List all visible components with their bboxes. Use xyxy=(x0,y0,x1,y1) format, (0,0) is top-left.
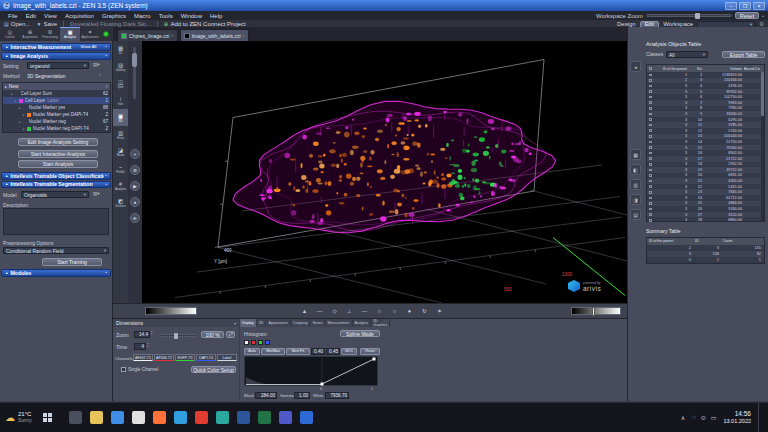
method-check-icon[interactable]: ✓ xyxy=(98,72,102,77)
workspace-zoom-thumb[interactable] xyxy=(695,13,700,19)
table-row[interactable]: 3 28 8860.00 xyxy=(647,217,764,223)
taskbar-app-icon[interactable] xyxy=(132,411,145,424)
row-checkbox[interactable] xyxy=(649,169,652,172)
view-tab[interactable]: # Analysis xyxy=(113,177,128,194)
row-checkbox[interactable] xyxy=(649,213,652,216)
row-checkbox[interactable] xyxy=(649,208,652,211)
white-value-field[interactable]: 7936.70 xyxy=(325,392,349,399)
view-tab[interactable]: i Info xyxy=(113,92,128,109)
menu-item[interactable]: Macro xyxy=(130,13,155,19)
row-checkbox[interactable] xyxy=(649,180,652,183)
expander-icon[interactable]: ▸ xyxy=(23,113,25,117)
view-tab[interactable]: ▤ Gallery xyxy=(113,58,128,75)
row-checkbox[interactable] xyxy=(649,79,652,82)
viewer-side-tool-icon[interactable]: ◧ xyxy=(630,164,641,175)
close-tab-icon[interactable]: × xyxy=(171,33,173,38)
start-training-button[interactable]: Start Training xyxy=(42,258,102,266)
zoom-stepper[interactable]: ▴▾ xyxy=(151,331,152,336)
minimize-button[interactable]: – xyxy=(725,2,737,10)
menu-item[interactable]: Edit xyxy=(22,13,40,19)
row-checkbox[interactable] xyxy=(649,129,652,132)
channel-chip[interactable]: EGFP-T3 xyxy=(175,354,195,361)
taskbar-app-icon[interactable] xyxy=(216,411,229,424)
tray-icon[interactable]: ◌ xyxy=(692,414,696,421)
expander-icon[interactable]: ▸ xyxy=(11,92,13,96)
intellesis-classification-header[interactable]: ▲ Intellesis Trainable Object Classifica… xyxy=(1,172,111,180)
display-tab[interactable]: Series xyxy=(310,319,325,327)
tree-row[interactable]: ▸ Nuclei Marker yes DAPI-T4 2 xyxy=(3,111,110,118)
expander-icon[interactable]: ▸ xyxy=(19,120,21,124)
black-value-field[interactable]: 284.00 xyxy=(255,392,277,399)
viewer-toolbar-icon[interactable]: ― xyxy=(312,308,327,314)
show-desktop-button[interactable] xyxy=(758,403,762,432)
taskbar-app-icon[interactable] xyxy=(90,411,103,424)
viewer-toolbar-icon[interactable]: ● xyxy=(402,308,417,314)
row-checkbox[interactable] xyxy=(649,124,652,127)
quick-color-setup-button[interactable]: Quick Color Setup xyxy=(191,366,236,373)
high-percent-field[interactable]: 0.45 xyxy=(326,348,340,355)
close-button[interactable]: × xyxy=(753,2,765,10)
taskbar-app-icon[interactable] xyxy=(153,411,166,424)
viewer-side-tool-icon[interactable]: ▤ xyxy=(630,209,641,220)
row-checkbox[interactable] xyxy=(649,197,652,200)
tray-icon[interactable]: ⊙ xyxy=(701,414,706,421)
taskbar-app-icon[interactable] xyxy=(174,411,187,424)
classes-combo[interactable]: All▾ xyxy=(666,51,708,58)
viewer-toolbar-icon[interactable]: ✦ xyxy=(432,308,447,314)
view-tab[interactable]: ◫ Split xyxy=(113,75,128,92)
taskbar-app-icon[interactable] xyxy=(300,411,313,424)
taskbar-app-icon[interactable] xyxy=(195,411,208,424)
tray-chevron-icon[interactable]: ∧ xyxy=(681,414,685,421)
edit-image-analysis-setting-button[interactable]: Edit Image Analysis Setting xyxy=(18,138,98,146)
row-checkbox[interactable] xyxy=(649,219,652,222)
tree-row[interactable]: ▸ Cell Layer Sum 62 xyxy=(3,90,110,97)
row-checkbox[interactable] xyxy=(649,174,652,177)
taskbar-app-icon[interactable] xyxy=(237,411,250,424)
viewer-toolbar-icon[interactable]: ◇ xyxy=(327,308,342,314)
viewer-side-tool-icon[interactable]: ▥ xyxy=(630,179,641,190)
start-interactive-analysis-button[interactable]: Start Interactive Analysis xyxy=(18,150,98,158)
pin-icon[interactable]: ▪ xyxy=(106,53,107,58)
collapse-panel-icon[interactable]: ◂ xyxy=(630,61,641,72)
export-table-button[interactable]: Export Table xyxy=(722,51,765,58)
channel-chip[interactable]: DAPI-T4 xyxy=(196,354,216,361)
setting-combo[interactable]: organoid▾ xyxy=(27,62,89,69)
image-analysis-header[interactable]: ▲Image Analysis ▪ xyxy=(1,52,111,60)
setting-options-icon[interactable]: ▤▾ xyxy=(93,62,100,67)
viewer-nav-button[interactable]: ✛ xyxy=(130,213,140,223)
minmax-button[interactable]: Min/Max xyxy=(261,348,285,355)
tree-row[interactable]: ▸ Cell Layer Label 1 xyxy=(3,97,110,104)
viewer-side-tool-icon[interactable]: ▦ xyxy=(630,149,641,160)
menu-item[interactable]: Help xyxy=(206,13,226,19)
zoom-slider[interactable] xyxy=(159,334,197,337)
viewer-toolbar-icon[interactable]: ▲ xyxy=(297,308,312,314)
maximize-button[interactable]: ❐ xyxy=(739,2,751,10)
channel-chip[interactable]: Label xyxy=(217,354,237,361)
view-tab[interactable]: ▣ 3D xyxy=(113,109,128,126)
right-display-gradient[interactable] xyxy=(571,307,621,315)
sum-col-count[interactable]: Count xyxy=(723,239,764,243)
reset-button[interactable]: Reset xyxy=(360,348,380,355)
gamma-value-field[interactable]: 1.00 xyxy=(294,392,310,399)
tree-row[interactable]: ▸ Nuclei Marker neg DAPI-T4 2 xyxy=(3,125,110,132)
menu-item[interactable]: View xyxy=(40,13,61,19)
display-tab[interactable]: Cropping xyxy=(291,319,311,327)
gradient-handle[interactable] xyxy=(592,307,595,316)
zoom-100-button[interactable]: 100 % xyxy=(201,331,224,338)
menu-item[interactable]: Graphics xyxy=(98,13,130,19)
viewer-toolbar-icon[interactable]: ― xyxy=(357,308,372,314)
col-id[interactable]: ID▾ xyxy=(690,67,704,71)
tree-row[interactable]: ▸ Nuclei Marker neg 67 xyxy=(3,118,110,125)
taskbar-clock[interactable]: 14:56 13.01.2022 xyxy=(723,410,751,425)
intellesis-segmentation-header[interactable]: ▲ Intellesis Trainable Segmentation ▪ xyxy=(1,181,111,189)
tool-area-tab[interactable]: ✦ Applications xyxy=(80,27,100,41)
pin-icon[interactable]: ▪ xyxy=(106,182,107,187)
show-all-link[interactable]: Show All xyxy=(80,44,96,49)
dimensions-header[interactable]: Dimensions ▾ xyxy=(113,319,239,327)
histogram-channel-chip[interactable] xyxy=(258,340,263,345)
menu-item[interactable]: Acquisition xyxy=(61,13,98,19)
workspace-zoom-reset-button[interactable]: Reset xyxy=(735,12,759,19)
menu-item[interactable]: Window xyxy=(177,13,206,19)
histogram-channel-chip[interactable] xyxy=(244,340,249,345)
start-button[interactable] xyxy=(37,403,59,432)
